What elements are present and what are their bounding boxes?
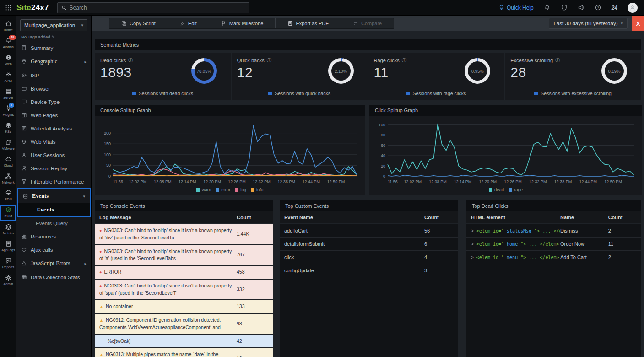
console-event-row[interactable]: %c[twΘak]42 [95,335,273,349]
console-event-row[interactable]: ▲NG0313: Multiple pipes match the name `… [95,348,273,357]
copy-script-button[interactable]: Copy Script [109,18,168,28]
chart-legend: warnerrorloginfo [95,186,365,195]
rail-item-home[interactable]: Home [0,18,16,34]
chevron-down-icon: ▾ [83,194,85,199]
rail-item-rum[interactable]: RUM [0,205,16,221]
rail-item-plugins[interactable]: 1Plugins [0,103,16,119]
home-icon [5,20,12,27]
resources-icon [21,233,27,239]
info-icon[interactable]: ⓘ [128,57,133,64]
panel-title: Top Dead Clicks [466,200,641,211]
console-event-row[interactable]: ●NG0303: Can't bind to 'tooltip' since i… [95,280,273,301]
rail-item-cloud[interactable]: Cloud [0,154,16,170]
sidebar-item-events-query-sub[interactable]: Events Query [16,217,91,230]
svg-text:12:02 PM: 12:02 PM [404,179,422,184]
metric-donut: 0.19% [601,58,627,84]
svg-text:40: 40 [381,153,385,158]
rail-item-reports[interactable]: Reports [0,255,16,271]
sidebar-item-device-type[interactable]: Device Type [16,95,91,108]
sidebar-item-filterable-performance[interactable]: Filterable Performance [16,175,91,188]
custom-event-row[interactable]: click4 [280,251,458,264]
console-event-row[interactable]: ▲No container133 [95,300,273,314]
rail-item-sdn[interactable]: SDN [0,188,16,204]
app-grid-icon[interactable] [0,5,16,11]
metric-donut: 0.95% [465,58,490,84]
custom-event-row[interactable]: configUpdate3 [280,264,458,277]
svg-text:0: 0 [108,174,111,178]
sidebar-item-summary[interactable]: Summary [16,41,91,54]
server-icon [5,88,12,95]
sidebar-item-geographic[interactable]: Geographic▸ [16,54,91,69]
sidebar-item-browser[interactable]: Browser [16,82,91,95]
sidebar-item-ajax-calls[interactable]: Ajax calls [16,243,91,256]
sidebar-item-isp[interactable]: ISP [16,69,91,82]
monitor-selector[interactable]: Multipage_application▾ [20,19,87,31]
rail-item-alarms[interactable]: 49Alarms [0,35,16,51]
shield-icon[interactable] [561,4,568,11]
dead-click-row[interactable]: ><elem id=" statusMsg "> ... </elem>Dism… [466,224,641,238]
sidebar-item-data-collection-stats[interactable]: Data Collection Stats [16,270,91,284]
export-as-pdf-button[interactable]: Export as PDF [276,18,341,28]
rail-item-applogs[interactable]: AppLogs [0,238,16,254]
rail-item-k8s[interactable]: K8s [0,120,16,136]
page-toolbar: Copy ScriptEditMark MilestoneExport as P… [92,16,644,31]
global-search[interactable] [57,2,249,13]
time-period-selector[interactable]: Last 30 days (till yesterday)▾ [549,18,628,29]
error-dot-icon: ● [99,270,102,275]
sidebar-item-user-sessions[interactable]: User Sessions [16,148,91,162]
sidebar-item-web-vitals[interactable]: Web Vitals [16,135,91,148]
dead-click-row[interactable]: ><elem id=" home "> ... </elem>Order Now… [466,238,641,251]
legend-item-warn[interactable]: warn [196,187,211,192]
mark-milestone-button[interactable]: Mark Milestone [209,18,276,28]
legend-item-info[interactable]: info [251,187,263,192]
sidebar-item-waterfall-analysis[interactable]: Waterfall Analysis [16,122,91,135]
sidebar-item-events[interactable]: Events▾ [18,189,90,203]
info-icon[interactable]: ⓘ [555,57,560,64]
edit-button[interactable]: Edit [168,18,209,28]
copy-icon [121,21,127,26]
sidebar-item-resources[interactable]: Resources [16,230,91,243]
console-event-row[interactable]: ▲NG0912: Component ID generation collisi… [95,314,273,335]
ajax-icon [21,247,27,253]
rail-item-metrics[interactable]: Metrics [0,222,16,238]
pin-icon [21,59,27,65]
rail-item-server[interactable]: Server [0,86,16,102]
sidebar-item-javascript-errors[interactable]: JavaScript Errors▸ [16,256,91,270]
chart-legend: deadrage [369,186,642,195]
info-icon[interactable]: ⓘ [267,57,271,64]
quick-help-link[interactable]: Quick Help [498,5,534,11]
legend-item-rage[interactable]: rage [509,187,523,192]
svg-text:11:56...: 11:56... [388,179,401,184]
top-dead-clicks-panel: Top Dead Clicks HTML element Name Count … [466,200,641,357]
sidebar-item-web-pages[interactable]: Web Pages [16,108,91,122]
legend-item-error[interactable]: error [216,187,230,192]
console-event-row[interactable]: ●ERROR458 [95,266,273,280]
help-icon[interactable]: ? [595,4,601,11]
console-event-row[interactable]: ●NG0303: Can't bind to 'tooltip' since i… [95,224,273,245]
console-event-row[interactable]: ●NG0303: Can't bind to 'tooltip' since i… [95,245,273,266]
browser-icon [21,86,27,92]
rail-item-apm[interactable]: APM [0,69,16,85]
custom-event-row[interactable]: detailsformSubmit6 [280,238,458,251]
rail-item-vmware[interactable]: VMware [0,137,16,153]
user-avatar[interactable] [628,3,638,13]
sidebar-item-session-replay[interactable]: Session Replay [16,162,91,175]
rail-item-admin[interactable]: Admin [0,272,16,288]
rail-item-network[interactable]: Network [0,171,16,187]
info-icon[interactable]: ⓘ [402,57,406,64]
count-badge: 1 [9,103,14,108]
close-button[interactable]: X [632,16,644,31]
device-icon [21,99,27,105]
rail-item-web[interactable]: Web [0,52,16,68]
announcements-megaphone-icon[interactable] [578,4,584,11]
legend-item-log[interactable]: log [235,187,246,192]
svg-text:12:26 PM: 12:26 PM [504,179,522,184]
legend-item-dead[interactable]: dead [489,187,504,192]
zoho-24-icon[interactable]: 24 [612,5,617,11]
search-input[interactable] [70,5,245,11]
dead-click-row[interactable]: ><elem id=" menu "> ... </elem>Add To Ca… [466,251,641,264]
notifications-bell-icon[interactable] [544,4,551,11]
sidebar-item-events-sub[interactable]: Events [18,203,90,216]
tags-label[interactable]: No Tags added ✎ [21,34,87,39]
custom-event-row[interactable]: addToCart56 [280,224,458,238]
